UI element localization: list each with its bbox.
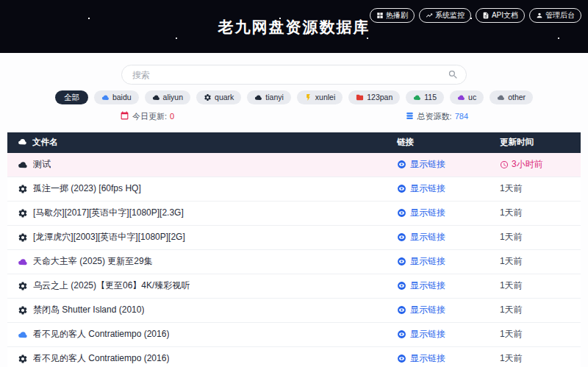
doc-icon — [482, 12, 490, 19]
cloud-icon — [18, 257, 28, 267]
file-name: 孤注一掷 (2023) [60fps HQ] — [33, 182, 141, 195]
filter-chip-baidu[interactable]: baidu — [94, 90, 139, 104]
show-link-button[interactable]: 显示链接 — [397, 182, 445, 195]
stat-today-value: 0 — [170, 112, 174, 121]
file-name-cell: 天命大主宰 (2025) 更新至29集 — [7, 255, 397, 268]
filter-chip-115[interactable]: 115 — [406, 90, 444, 104]
gear-icon — [18, 305, 28, 316]
show-link-button[interactable]: 显示链接 — [397, 255, 445, 268]
update-time-label: 1天前 — [500, 279, 523, 292]
show-link-button[interactable]: 显示链接 — [397, 352, 445, 365]
filter-chip-label: 115 — [424, 93, 437, 102]
show-link-label: 显示链接 — [410, 304, 445, 316]
filter-chip-xunlei[interactable]: xunlei — [297, 90, 343, 104]
update-time: 1天前 — [500, 304, 581, 316]
table-row: 看不见的客人 Contratiempo (2016)显示链接1天前 — [7, 347, 581, 367]
stats-bar: 今日更新: 0 总资源数: 784 — [120, 111, 468, 122]
filter-chip-label: xunlei — [315, 93, 335, 102]
table-row: 孤注一掷 (2023) [60fps HQ]显示链接1天前 — [7, 177, 581, 202]
filter-chip-tianyi[interactable]: tianyi — [247, 90, 291, 104]
nav-button-admin-panel[interactable]: 管理后台 — [529, 8, 581, 23]
show-link-label: 显示链接 — [410, 207, 445, 219]
time-cell: 1天前 — [500, 207, 581, 219]
eye-icon — [397, 329, 406, 339]
link-cell: 显示链接 — [397, 352, 500, 366]
filter-chip-123pan[interactable]: 123pan — [348, 90, 400, 104]
search-icon[interactable] — [448, 69, 459, 83]
update-time: 1天前 — [500, 182, 581, 195]
update-time-label: 1天前 — [500, 231, 523, 243]
gear-icon — [204, 93, 212, 101]
file-name-cell: 孤注一掷 (2023) [60fps HQ] — [7, 182, 397, 195]
time-cell: 1天前 — [500, 328, 581, 341]
gear-icon — [18, 208, 28, 218]
file-name-cell: 禁闭岛 Shutter Island (2010) — [7, 304, 397, 316]
filter-chip-label: uc — [468, 93, 476, 102]
filter-chip-quark[interactable]: quark — [196, 90, 241, 104]
chart-icon — [426, 12, 433, 19]
cloud-icon — [254, 93, 262, 101]
update-time-label: 1天前 — [500, 182, 523, 195]
gear-icon — [18, 354, 28, 364]
calendar-icon — [120, 111, 129, 122]
cloud-icon — [18, 329, 28, 340]
link-cell: 显示链接 — [397, 207, 500, 220]
eye-icon — [397, 281, 406, 291]
cloud-icon — [152, 93, 160, 101]
time-cell: 1天前 — [500, 182, 581, 195]
table-row: [龙潭虎穴][2003][英语中字][1080P][2G]显示链接1天前 — [7, 226, 581, 250]
show-link-button[interactable]: 显示链接 — [397, 279, 445, 292]
link-cell: 显示链接 — [397, 328, 500, 341]
show-link-label: 显示链接 — [410, 255, 445, 268]
table-row: 测试显示链接3小时前 — [7, 153, 581, 177]
show-link-button[interactable]: 显示链接 — [397, 304, 445, 316]
file-name: 看不见的客人 Contratiempo (2016) — [33, 328, 169, 341]
nav-button-hot-list[interactable]: 热播剧 — [370, 8, 415, 23]
file-name: 看不见的客人 Contratiempo (2016) — [33, 352, 169, 365]
show-link-label: 显示链接 — [410, 352, 445, 365]
table-row: [马歇尔][2017][英语中字][1080P][2.3G]显示链接1天前 — [7, 202, 581, 226]
show-link-button[interactable]: 显示链接 — [397, 158, 445, 171]
update-time-label: 1天前 — [500, 207, 523, 219]
table-row: 禁闭岛 Shutter Island (2010)显示链接1天前 — [7, 299, 581, 323]
filter-chip-label: aliyun — [163, 93, 183, 102]
filter-chip-all[interactable]: 全部 — [55, 90, 88, 104]
eye-icon — [397, 354, 406, 363]
update-time-label: 1天前 — [500, 255, 523, 268]
stat-today-updated: 今日更新: 0 — [120, 111, 174, 122]
cloud-icon — [413, 93, 421, 101]
search-input[interactable] — [121, 65, 467, 85]
file-name: 乌云之上 (2025)【更至06】4K/臻彩视听 — [33, 279, 190, 292]
nav-button-system-monitor[interactable]: 系统监控 — [419, 8, 471, 23]
show-link-button[interactable]: 显示链接 — [397, 231, 445, 243]
eye-icon — [397, 160, 406, 169]
stat-today-label: 今日更新: — [132, 111, 167, 122]
file-name: 禁闭岛 Shutter Island (2010) — [33, 304, 144, 316]
table-row: 天命大主宰 (2025) 更新至29集显示链接1天前 — [7, 250, 581, 274]
filter-chip-aliyun[interactable]: aliyun — [145, 90, 190, 104]
update-time: 1天前 — [500, 279, 581, 292]
update-time: 3小时前 — [500, 158, 581, 171]
update-time: 1天前 — [500, 207, 581, 219]
filter-chip-uc[interactable]: uc — [450, 90, 484, 104]
filter-chip-label: tianyi — [265, 93, 284, 102]
show-link-label: 显示链接 — [410, 158, 445, 171]
filter-chip-other[interactable]: other — [490, 90, 533, 104]
file-name-cell: 乌云之上 (2025)【更至06】4K/臻彩视听 — [7, 279, 397, 292]
calendar-icon — [120, 111, 129, 121]
file-name-cell: 看不见的客人 Contratiempo (2016) — [7, 352, 397, 365]
update-time: 1天前 — [500, 255, 581, 268]
show-link-button[interactable]: 显示链接 — [397, 328, 445, 341]
table-body: 测试显示链接3小时前孤注一掷 (2023) [60fps HQ]显示链接1天前[… — [7, 153, 581, 367]
show-link-button[interactable]: 显示链接 — [397, 207, 445, 219]
gear-icon — [18, 184, 28, 194]
filter-chip-label: 全部 — [64, 93, 79, 102]
time-cell: 3小时前 — [500, 158, 581, 171]
nav-button-label: 管理后台 — [545, 10, 575, 21]
link-cell: 显示链接 — [397, 158, 500, 171]
database-icon — [405, 111, 415, 122]
filter-chip-label: 123pan — [367, 93, 392, 102]
table-row: 乌云之上 (2025)【更至06】4K/臻彩视听显示链接1天前 — [7, 274, 581, 299]
file-name: 测试 — [33, 158, 51, 171]
nav-button-api-docs[interactable]: API文档 — [476, 8, 525, 23]
